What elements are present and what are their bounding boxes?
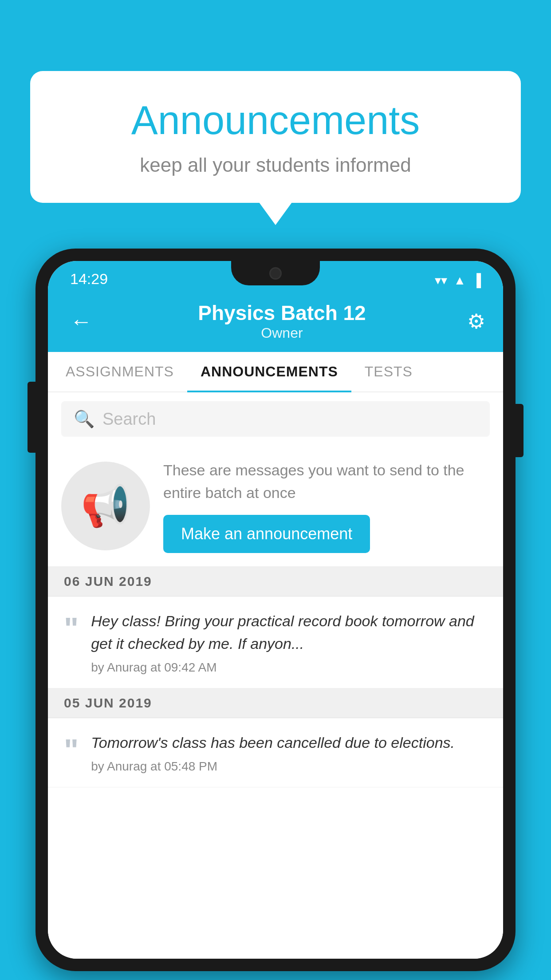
settings-button[interactable]: ⚙ <box>467 309 485 333</box>
header-subtitle: Owner <box>198 325 366 341</box>
status-icons: ▾▾ ▲ ▐ <box>435 273 481 288</box>
announcement-item-2[interactable]: " Tomorrow's class has been cancelled du… <box>48 718 503 787</box>
tab-tests[interactable]: TESTS <box>351 352 426 391</box>
search-bar[interactable]: 🔍 Search <box>61 401 490 437</box>
battery-icon: ▐ <box>472 273 481 288</box>
speech-bubble-section: Announcements keep all your students inf… <box>30 71 521 203</box>
announcement-message-2: Tomorrow's class has been cancelled due … <box>91 731 487 754</box>
phone-screen: 14:29 ▾▾ ▲ ▐ ← Physics Batch 12 Owner ⚙ <box>48 261 503 959</box>
speech-bubble-title: Announcements <box>61 98 490 143</box>
screen-content: ← Physics Batch 12 Owner ⚙ ASSIGNMENTS A… <box>48 292 503 959</box>
announcement-item-1[interactable]: " Hey class! Bring your practical record… <box>48 597 503 688</box>
header-title: Physics Batch 12 <box>198 301 366 325</box>
quote-icon-2: " <box>64 735 79 766</box>
speech-bubble: Announcements keep all your students inf… <box>30 71 521 203</box>
phone-container: 14:29 ▾▾ ▲ ▐ ← Physics Batch 12 Owner ⚙ <box>35 249 516 971</box>
announcement-text-2: Tomorrow's class has been cancelled due … <box>91 731 487 774</box>
app-header: ← Physics Batch 12 Owner ⚙ <box>48 292 503 352</box>
announcement-meta-1: by Anurag at 09:42 AM <box>91 660 487 675</box>
tab-announcements[interactable]: ANNOUNCEMENTS <box>187 352 351 391</box>
tab-assignments[interactable]: ASSIGNMENTS <box>52 352 187 391</box>
search-container: 🔍 Search <box>48 392 503 446</box>
phone-outer: 14:29 ▾▾ ▲ ▐ ← Physics Batch 12 Owner ⚙ <box>35 249 516 971</box>
announcement-text-1: Hey class! Bring your practical record b… <box>91 610 487 675</box>
date-separator-june6: 06 JUN 2019 <box>48 567 503 597</box>
make-announcement-button[interactable]: Make an announcement <box>163 515 370 553</box>
date-separator-june5: 05 JUN 2019 <box>48 688 503 718</box>
status-time: 14:29 <box>70 270 108 288</box>
header-title-group: Physics Batch 12 Owner <box>198 301 366 341</box>
content-area: 🔍 Search 📢 These are messages you want t… <box>48 392 503 959</box>
tabs-container: ASSIGNMENTS ANNOUNCEMENTS TESTS <box>48 352 503 392</box>
promo-description: These are messages you want to send to t… <box>163 459 490 504</box>
front-camera <box>269 267 282 280</box>
megaphone-icon: 📢 <box>81 483 130 530</box>
announcement-message-1: Hey class! Bring your practical record b… <box>91 610 487 655</box>
back-button[interactable]: ← <box>66 304 97 339</box>
search-placeholder: Search <box>102 410 156 429</box>
signal-icon: ▲ <box>453 273 466 288</box>
quote-icon-1: " <box>64 613 79 644</box>
wifi-icon: ▾▾ <box>435 273 447 288</box>
phone-notch <box>231 261 320 285</box>
search-icon: 🔍 <box>74 409 94 429</box>
promo-icon-circle: 📢 <box>61 462 150 550</box>
promo-content: These are messages you want to send to t… <box>163 459 490 553</box>
speech-bubble-subtitle: keep all your students informed <box>61 154 490 176</box>
announcement-promo: 📢 These are messages you want to send to… <box>48 446 503 567</box>
announcement-meta-2: by Anurag at 05:48 PM <box>91 759 487 774</box>
